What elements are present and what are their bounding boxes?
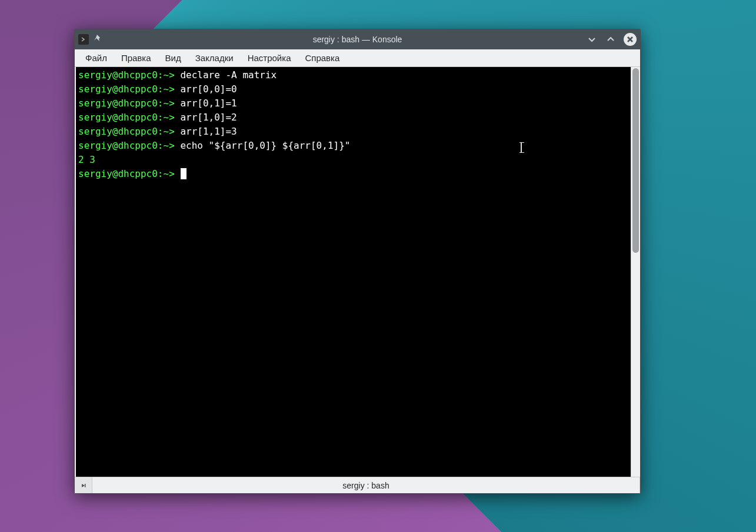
new-tab-button[interactable] [75,477,92,493]
scroll-thumb[interactable] [632,68,639,253]
desktop-wallpaper: sergiy : bash — Konsole Файл Правка Вид … [0,0,756,532]
konsole-window: sergiy : bash — Konsole Файл Правка Вид … [74,29,641,494]
titlebar[interactable]: sergiy : bash — Konsole [75,29,640,49]
tab-active[interactable]: sergiy : bash [92,477,640,493]
window-title: sergiy : bash — Konsole [131,35,584,44]
pin-icon[interactable] [94,34,103,45]
tab-label: sergiy : bash [342,481,389,490]
tab-bar: sergiy : bash [75,477,640,493]
menu-file[interactable]: Файл [79,51,113,65]
menu-bookmarks[interactable]: Закладки [189,51,239,65]
menu-help[interactable]: Справка [299,51,345,65]
svg-rect-0 [85,484,86,487]
menu-edit[interactable]: Правка [115,51,157,65]
terminal-output[interactable]: sergiy@dhcppc0:~> declare -A matrixsergi… [76,67,631,477]
maximize-button[interactable] [605,34,617,45]
scrollbar[interactable] [631,67,640,477]
minimize-button[interactable] [586,34,598,45]
menubar: Файл Правка Вид Закладки Настройка Справ… [75,49,640,67]
menu-settings[interactable]: Настройка [242,51,297,65]
close-button[interactable] [624,33,637,46]
text-cursor-icon [521,142,522,153]
menu-view[interactable]: Вид [159,51,187,65]
app-menu-icon[interactable] [78,34,89,45]
